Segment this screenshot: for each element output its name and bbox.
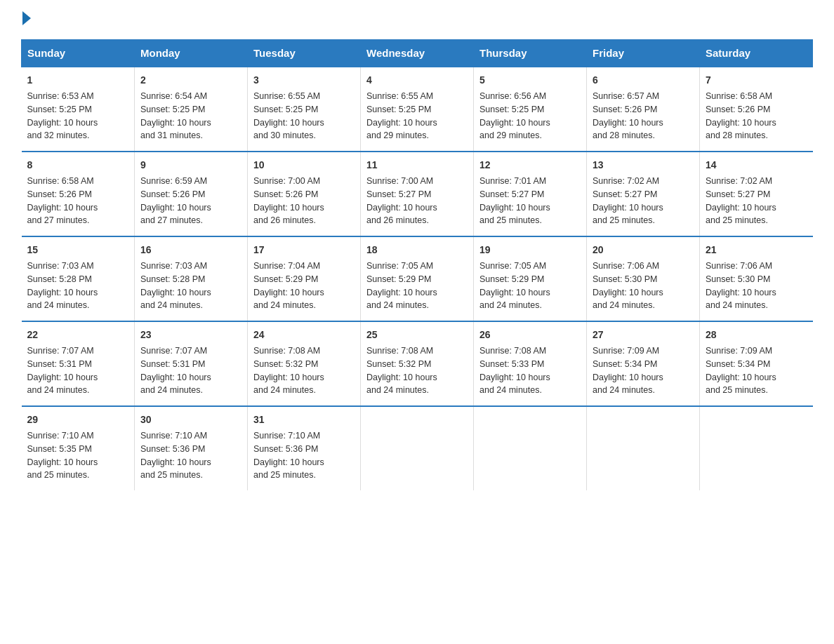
calendar-cell: 7Sunrise: 6:58 AM Sunset: 5:26 PM Daylig… — [700, 67, 813, 152]
calendar-cell: 26Sunrise: 7:08 AM Sunset: 5:33 PM Dayli… — [474, 321, 587, 406]
day-info: Sunrise: 7:05 AM Sunset: 5:29 PM Dayligh… — [366, 260, 468, 312]
calendar-cell: 25Sunrise: 7:08 AM Sunset: 5:32 PM Dayli… — [361, 321, 474, 406]
day-number: 1 — [27, 73, 129, 88]
day-info: Sunrise: 7:01 AM Sunset: 5:27 PM Dayligh… — [479, 175, 581, 227]
calendar-cell: 8Sunrise: 6:58 AM Sunset: 5:26 PM Daylig… — [22, 152, 135, 236]
logo-arrow-icon — [22, 11, 31, 25]
day-info: Sunrise: 6:58 AM Sunset: 5:26 PM Dayligh… — [27, 175, 129, 227]
day-number: 5 — [479, 73, 581, 88]
day-info: Sunrise: 7:08 AM Sunset: 5:32 PM Dayligh… — [366, 344, 468, 397]
calendar-cell: 18Sunrise: 7:05 AM Sunset: 5:29 PM Dayli… — [361, 236, 474, 321]
calendar-cell: 13Sunrise: 7:02 AM Sunset: 5:27 PM Dayli… — [587, 152, 700, 236]
calendar-cell: 22Sunrise: 7:07 AM Sunset: 5:31 PM Dayli… — [22, 321, 135, 406]
calendar-cell — [700, 406, 813, 490]
day-info: Sunrise: 7:02 AM Sunset: 5:27 PM Dayligh… — [706, 175, 807, 227]
calendar-table: SundayMondayTuesdayWednesdayThursdayFrid… — [21, 39, 813, 490]
day-number: 9 — [140, 158, 241, 173]
day-number: 18 — [366, 243, 468, 257]
calendar-week-row: 1Sunrise: 6:53 AM Sunset: 5:25 PM Daylig… — [22, 67, 813, 152]
calendar-cell: 30Sunrise: 7:10 AM Sunset: 5:36 PM Dayli… — [135, 406, 248, 490]
day-info: Sunrise: 6:55 AM Sunset: 5:25 PM Dayligh… — [366, 90, 468, 142]
day-info: Sunrise: 7:00 AM Sunset: 5:27 PM Dayligh… — [366, 175, 468, 227]
day-info: Sunrise: 6:59 AM Sunset: 5:26 PM Dayligh… — [140, 175, 241, 227]
day-number: 22 — [27, 328, 129, 342]
day-info: Sunrise: 7:06 AM Sunset: 5:30 PM Dayligh… — [706, 260, 807, 312]
day-number: 13 — [593, 158, 694, 173]
day-number: 3 — [253, 73, 355, 88]
day-number: 14 — [706, 158, 807, 173]
calendar-cell: 17Sunrise: 7:04 AM Sunset: 5:29 PM Dayli… — [248, 236, 361, 321]
day-number: 26 — [479, 328, 581, 342]
calendar-cell: 6Sunrise: 6:57 AM Sunset: 5:26 PM Daylig… — [587, 67, 700, 152]
day-info: Sunrise: 7:03 AM Sunset: 5:28 PM Dayligh… — [140, 260, 241, 312]
calendar-week-row: 15Sunrise: 7:03 AM Sunset: 5:28 PM Dayli… — [22, 236, 813, 321]
day-info: Sunrise: 7:03 AM Sunset: 5:28 PM Dayligh… — [27, 260, 129, 312]
day-number: 8 — [27, 158, 129, 173]
calendar-cell: 10Sunrise: 7:00 AM Sunset: 5:26 PM Dayli… — [248, 152, 361, 236]
day-number: 15 — [27, 243, 129, 257]
calendar-cell: 15Sunrise: 7:03 AM Sunset: 5:28 PM Dayli… — [22, 236, 135, 321]
day-number: 24 — [253, 328, 355, 342]
calendar-cell: 29Sunrise: 7:10 AM Sunset: 5:35 PM Dayli… — [22, 406, 135, 490]
day-number: 2 — [140, 73, 241, 88]
calendar-cell: 24Sunrise: 7:08 AM Sunset: 5:32 PM Dayli… — [248, 321, 361, 406]
day-info: Sunrise: 7:04 AM Sunset: 5:29 PM Dayligh… — [253, 260, 355, 312]
day-number: 10 — [253, 158, 355, 173]
day-info: Sunrise: 6:55 AM Sunset: 5:25 PM Dayligh… — [253, 90, 355, 142]
day-number: 16 — [140, 243, 241, 257]
day-number: 27 — [593, 328, 694, 342]
calendar-cell: 4Sunrise: 6:55 AM Sunset: 5:25 PM Daylig… — [361, 67, 474, 152]
calendar-cell: 2Sunrise: 6:54 AM Sunset: 5:25 PM Daylig… — [135, 67, 248, 152]
calendar-header-row: SundayMondayTuesdayWednesdayThursdayFrid… — [22, 40, 813, 67]
day-info: Sunrise: 7:08 AM Sunset: 5:33 PM Dayligh… — [479, 344, 581, 397]
calendar-cell: 1Sunrise: 6:53 AM Sunset: 5:25 PM Daylig… — [22, 67, 135, 152]
calendar-cell: 11Sunrise: 7:00 AM Sunset: 5:27 PM Dayli… — [361, 152, 474, 236]
day-info: Sunrise: 6:56 AM Sunset: 5:25 PM Dayligh… — [479, 90, 581, 142]
day-header-saturday: Saturday — [700, 40, 813, 67]
calendar-cell — [361, 406, 474, 490]
day-number: 19 — [479, 243, 581, 257]
day-info: Sunrise: 7:05 AM Sunset: 5:29 PM Dayligh… — [479, 260, 581, 312]
day-info: Sunrise: 7:07 AM Sunset: 5:31 PM Dayligh… — [140, 344, 241, 397]
calendar-cell: 9Sunrise: 6:59 AM Sunset: 5:26 PM Daylig… — [135, 152, 248, 236]
calendar-cell: 20Sunrise: 7:06 AM Sunset: 5:30 PM Dayli… — [587, 236, 700, 321]
logo — [21, 14, 31, 25]
day-info: Sunrise: 7:07 AM Sunset: 5:31 PM Dayligh… — [27, 344, 129, 397]
day-number: 29 — [27, 412, 129, 427]
day-number: 12 — [479, 158, 581, 173]
day-info: Sunrise: 6:57 AM Sunset: 5:26 PM Dayligh… — [593, 90, 694, 142]
day-number: 23 — [140, 328, 241, 342]
day-info: Sunrise: 6:54 AM Sunset: 5:25 PM Dayligh… — [140, 90, 241, 142]
day-info: Sunrise: 7:10 AM Sunset: 5:35 PM Dayligh… — [27, 429, 129, 482]
day-info: Sunrise: 7:06 AM Sunset: 5:30 PM Dayligh… — [593, 260, 694, 312]
calendar-cell: 28Sunrise: 7:09 AM Sunset: 5:34 PM Dayli… — [700, 321, 813, 406]
day-number: 17 — [253, 243, 355, 257]
calendar-week-row: 8Sunrise: 6:58 AM Sunset: 5:26 PM Daylig… — [22, 152, 813, 236]
day-header-sunday: Sunday — [22, 40, 135, 67]
calendar-cell: 16Sunrise: 7:03 AM Sunset: 5:28 PM Dayli… — [135, 236, 248, 321]
calendar-cell: 31Sunrise: 7:10 AM Sunset: 5:36 PM Dayli… — [248, 406, 361, 490]
day-info: Sunrise: 7:10 AM Sunset: 5:36 PM Dayligh… — [140, 429, 241, 482]
day-number: 4 — [366, 73, 468, 88]
day-number: 28 — [706, 328, 807, 342]
day-header-wednesday: Wednesday — [361, 40, 474, 67]
day-number: 30 — [140, 412, 241, 427]
day-header-friday: Friday — [587, 40, 700, 67]
day-number: 11 — [366, 158, 468, 173]
calendar-week-row: 29Sunrise: 7:10 AM Sunset: 5:35 PM Dayli… — [22, 406, 813, 490]
calendar-cell: 23Sunrise: 7:07 AM Sunset: 5:31 PM Dayli… — [135, 321, 248, 406]
day-number: 25 — [366, 328, 468, 342]
day-number: 6 — [593, 73, 694, 88]
day-info: Sunrise: 6:53 AM Sunset: 5:25 PM Dayligh… — [27, 90, 129, 142]
day-info: Sunrise: 7:08 AM Sunset: 5:32 PM Dayligh… — [253, 344, 355, 397]
day-header-thursday: Thursday — [474, 40, 587, 67]
calendar-cell — [474, 406, 587, 490]
calendar-cell: 5Sunrise: 6:56 AM Sunset: 5:25 PM Daylig… — [474, 67, 587, 152]
page-header — [21, 14, 813, 25]
day-header-tuesday: Tuesday — [248, 40, 361, 67]
day-number: 21 — [706, 243, 807, 257]
calendar-cell: 21Sunrise: 7:06 AM Sunset: 5:30 PM Dayli… — [700, 236, 813, 321]
calendar-cell: 14Sunrise: 7:02 AM Sunset: 5:27 PM Dayli… — [700, 152, 813, 236]
day-number: 31 — [253, 412, 355, 427]
day-info: Sunrise: 7:09 AM Sunset: 5:34 PM Dayligh… — [593, 344, 694, 397]
